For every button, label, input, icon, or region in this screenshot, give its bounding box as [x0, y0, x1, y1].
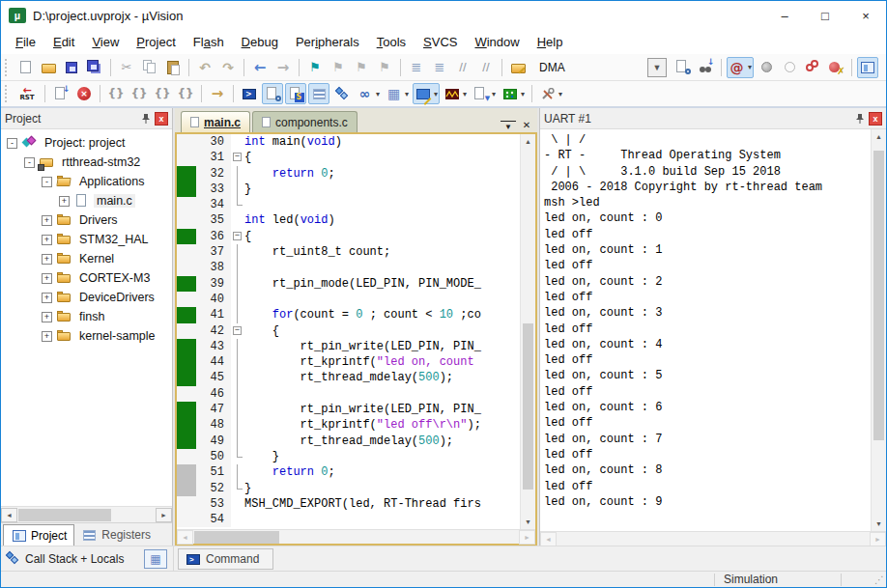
- expand-icon[interactable]: +: [42, 273, 52, 284]
- step-button[interactable]: {}: [105, 83, 127, 104]
- project-window-button[interactable]: [857, 57, 878, 78]
- project-horizontal-scrollbar[interactable]: ◄ ►: [1, 506, 172, 522]
- command-window-button[interactable]: >: [239, 83, 260, 104]
- stop-button[interactable]: ×: [73, 83, 95, 104]
- clear-bookmarks-button[interactable]: ⚑: [374, 57, 395, 78]
- menu-peripherals[interactable]: Peripherals: [287, 33, 368, 51]
- expand-icon[interactable]: +: [42, 235, 52, 245]
- uart-panel-header[interactable]: UART #1 x: [540, 108, 886, 129]
- outdent-button[interactable]: ≣: [429, 57, 450, 78]
- dropdown-caret-icon[interactable]: ▾: [521, 90, 525, 98]
- tree-item-kernel-sample[interactable]: +kernel-sample: [1, 326, 172, 346]
- dropdown-caret-icon[interactable]: ▾: [558, 90, 562, 98]
- project-panel-header[interactable]: Project x: [1, 108, 172, 129]
- fold-collapse-icon[interactable]: −: [233, 153, 242, 161]
- cut-button[interactable]: ✂: [116, 57, 137, 78]
- menu-edit[interactable]: Edit: [44, 33, 83, 51]
- comment-button[interactable]: //: [452, 57, 473, 78]
- disassembly-window-button[interactable]: [262, 83, 283, 104]
- step-out-button[interactable]: {}: [152, 83, 173, 104]
- menu-view[interactable]: View: [83, 33, 128, 51]
- tree-item-drivers[interactable]: +Drivers: [1, 210, 172, 230]
- tab-list-icon[interactable]: ▼: [501, 121, 516, 132]
- expand-icon[interactable]: +: [42, 254, 52, 265]
- navigate-back-button[interactable]: ←: [249, 57, 271, 78]
- dropdown-caret-icon[interactable]: ▾: [376, 90, 380, 98]
- tree-item-project-project[interactable]: -Project: project: [1, 133, 172, 153]
- fold-collapse-icon[interactable]: −: [233, 326, 242, 335]
- reset-button[interactable]: ←RST: [14, 83, 40, 104]
- new-file-button[interactable]: [14, 57, 36, 78]
- scroll-up-arrow[interactable]: ▲: [873, 129, 886, 144]
- tab-project[interactable]: Project: [3, 524, 74, 546]
- menu-flash[interactable]: Flash: [185, 33, 233, 51]
- expand-icon[interactable]: +: [59, 196, 70, 207]
- scroll-right-arrow[interactable]: ►: [519, 530, 535, 545]
- editor-horizontal-scrollbar[interactable]: ◄ ►: [177, 529, 535, 544]
- scroll-down-arrow[interactable]: ▼: [873, 517, 886, 531]
- fold-margin[interactable]: −: [231, 229, 244, 244]
- tree-item-cortex-m3[interactable]: +CORTEX-M3: [1, 268, 172, 288]
- fold-margin[interactable]: −: [231, 323, 244, 339]
- undo-button[interactable]: ↶: [194, 57, 215, 78]
- menu-project[interactable]: Project: [128, 33, 184, 51]
- system-viewer-button[interactable]: ▼▾: [471, 83, 498, 104]
- save-button[interactable]: [61, 57, 82, 78]
- collapse-icon[interactable]: -: [7, 138, 17, 149]
- tab-registers[interactable]: Registers: [74, 524, 157, 546]
- dropdown-caret-icon[interactable]: ▾: [463, 90, 467, 98]
- memory-pad-button[interactable]: ▦: [144, 549, 167, 569]
- open-file-button[interactable]: [38, 57, 59, 78]
- toolbar-handle[interactable]: [5, 85, 10, 102]
- tree-item-kernel[interactable]: +Kernel: [1, 249, 172, 268]
- document-tab-components-c[interactable]: components.c: [252, 111, 358, 132]
- tree-item-finsh[interactable]: +finsh: [1, 307, 172, 326]
- expand-icon[interactable]: +: [42, 215, 52, 226]
- toolbar-handle[interactable]: [5, 59, 10, 76]
- uart-vertical-scrollbar[interactable]: ▲ ▼: [871, 129, 886, 531]
- dropdown-caret-icon[interactable]: ▾: [748, 63, 752, 71]
- close-button[interactable]: ×: [845, 1, 886, 30]
- close-panel-icon[interactable]: x: [869, 112, 882, 126]
- collapse-icon[interactable]: -: [24, 157, 35, 168]
- find-in-files-button[interactable]: [672, 57, 693, 78]
- analysis-window-button[interactable]: ▾: [442, 83, 469, 104]
- dropdown-caret-icon[interactable]: ▾: [405, 90, 409, 98]
- menu-svcs[interactable]: SVCS: [415, 33, 466, 51]
- menu-window[interactable]: Window: [466, 33, 528, 51]
- step-over-button[interactable]: {}: [129, 83, 150, 104]
- document-tab-main-c[interactable]: main.c: [181, 111, 250, 132]
- maximize-button[interactable]: □: [805, 1, 845, 30]
- help-search-button[interactable]: @▾: [727, 57, 754, 78]
- watch-window-button[interactable]: ∞▾: [355, 83, 382, 104]
- pin-icon[interactable]: [855, 110, 865, 127]
- scroll-right-arrow[interactable]: ►: [870, 532, 886, 546]
- kill-all-breakpoints-button[interactable]: ✗: [825, 57, 846, 78]
- scroll-left-arrow[interactable]: ◄: [177, 530, 193, 545]
- minimize-button[interactable]: –: [764, 1, 805, 30]
- configure-button[interactable]: ▾: [537, 83, 564, 104]
- uart-console[interactable]: \ | /- RT - Thread Operating System / | …: [540, 129, 871, 531]
- uncomment-button[interactable]: //: [475, 57, 497, 78]
- find-button[interactable]: ↓: [695, 57, 716, 78]
- tree-item-applications[interactable]: -Applications: [1, 172, 172, 191]
- dropdown-caret-icon[interactable]: ▾: [434, 90, 438, 98]
- scrollbar-thumb[interactable]: [523, 323, 533, 490]
- insert-breakpoint-button[interactable]: [756, 57, 777, 78]
- manage-project-items-button[interactable]: [507, 57, 529, 78]
- menu-tools[interactable]: Tools: [368, 33, 415, 51]
- previous-bookmark-button[interactable]: ⚑: [328, 57, 349, 78]
- enable-breakpoint-button[interactable]: [779, 57, 800, 78]
- pin-icon[interactable]: [141, 110, 151, 127]
- scroll-left-arrow[interactable]: ◄: [540, 532, 557, 546]
- close-panel-icon[interactable]: x: [155, 112, 168, 126]
- code-editor[interactable]: 30int main(void)31−{32 return 0;33}3435i…: [177, 134, 520, 529]
- call-stack-window-button[interactable]: [331, 83, 353, 104]
- show-next-statement-button[interactable]: →: [207, 83, 228, 104]
- fold-margin[interactable]: −: [231, 150, 244, 165]
- scrollbar-thumb[interactable]: [873, 151, 884, 440]
- resize-grip[interactable]: ⋰: [873, 574, 886, 585]
- tree-item-devicedrivers[interactable]: +DeviceDrivers: [1, 288, 172, 307]
- toolbox-button[interactable]: ▾: [500, 83, 527, 104]
- scroll-down-arrow[interactable]: ▼: [522, 515, 535, 529]
